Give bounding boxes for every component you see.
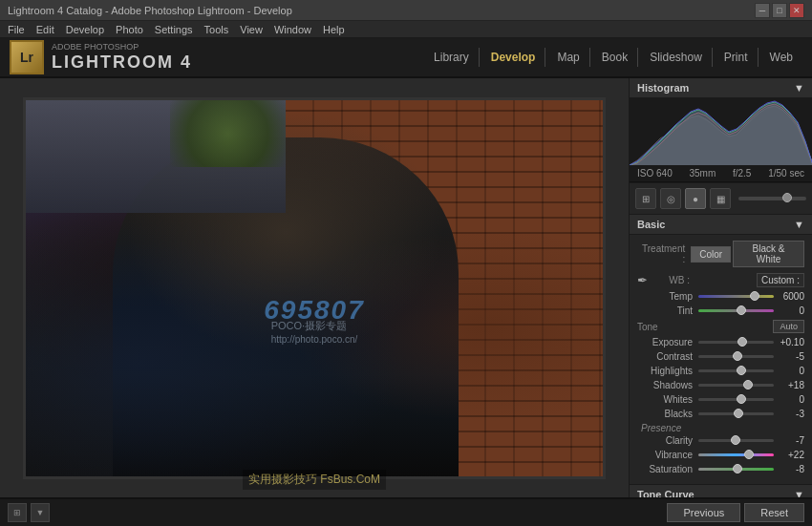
focal-value: 35mm [689,168,716,179]
temp-value: 6000 [778,291,804,302]
photo-image: 695807 POCO·摄影专题 http://photo.poco.cn/ [26,100,603,476]
titlebar: Lightroom 4 Catalog - Adobe Photoshop Li… [0,0,812,21]
menu-tools[interactable]: Tools [204,24,229,35]
tool-icons-row: ⊞ ◎ ● ▦ [630,183,812,215]
previous-button[interactable]: Previous [667,503,740,522]
titlebar-text: Lightroom 4 Catalog - Adobe Photoshop Li… [8,5,292,16]
tool-slider[interactable] [738,197,806,200]
close-button[interactable]: ✕ [789,3,804,18]
app-logo: Lr [10,40,44,74]
menu-help[interactable]: Help [323,24,345,35]
exposure-label: Exposure [637,337,693,347]
auto-btn[interactable]: Auto [773,320,804,333]
minimize-button[interactable]: ─ [755,3,770,18]
nav-links: Library Develop Map Book Slideshow Print… [424,48,802,67]
brand-name: ADOBE PHOTOSHOP [52,42,192,53]
saturation-track[interactable] [698,468,774,471]
highlights-label: Highlights [637,366,693,376]
shadows-track[interactable] [698,384,774,387]
temp-row: Temp 6000 [637,291,804,302]
contrast-track[interactable] [698,355,774,358]
whites-track[interactable] [698,398,774,401]
presence-divider: Presence [637,423,804,433]
tint-label: Tint [637,305,693,316]
histogram-section: Histogram ▼ [630,78,812,183]
vibrance-label: Vibrance [637,450,693,460]
spot-removal-tool[interactable]: ◎ [660,188,681,209]
nav-library[interactable]: Library [424,48,480,67]
vibrance-track[interactable] [698,453,774,456]
menu-edit[interactable]: Edit [36,24,54,35]
clarity-value: -7 [778,435,804,446]
nav-map[interactable]: Map [547,48,589,67]
wb-row: ✒ WB : Custom : [637,273,804,287]
bw-btn[interactable]: Black & White [733,241,804,267]
blacks-value: -3 [778,409,804,419]
menu-file[interactable]: File [8,24,25,35]
filmstrip: ⊞ ▼ Previous Reset [0,497,812,526]
menubar: File Edit Develop Photo Settings Tools V… [0,21,812,38]
vibrance-row: Vibrance +22 [637,450,804,460]
nav-print[interactable]: Print [715,48,759,67]
bottom-buttons: Previous Reset [667,503,804,522]
iso-value: ISO 640 [637,168,673,179]
menu-photo[interactable]: Photo [116,24,143,35]
vibrance-value: +22 [778,450,804,460]
clarity-track[interactable] [698,439,774,442]
app-title: ADOBE PHOTOSHOP LIGHTROOM 4 [52,42,192,73]
nav-book[interactable]: Book [592,48,638,67]
tonecurve-header[interactable]: Tone Curve ▼ [630,485,812,497]
wb-value[interactable]: Custom : [757,273,804,287]
exposure-track[interactable] [698,341,774,344]
clarity-label: Clarity [637,435,693,446]
histogram-header[interactable]: Histogram ▼ [630,78,812,98]
basic-header[interactable]: Basic ▼ [630,215,812,235]
basic-label: Basic [637,219,665,230]
shadows-label: Shadows [637,380,693,390]
temp-label: Temp [637,291,693,302]
aperture-value: f/2.5 [733,168,751,179]
filmstrip-icon-2[interactable]: ▼ [31,503,50,522]
highlights-track[interactable] [698,369,774,372]
menu-window[interactable]: Window [274,24,311,35]
tonecurve-section: Tone Curve ▼ [630,485,812,497]
treatment-row: Treatment : Color Black & White [637,241,804,267]
saturation-row: Saturation -8 [637,464,804,474]
basic-section: Basic ▼ Treatment : Color Black & White … [630,215,812,485]
histogram-chevron: ▼ [794,82,804,94]
camera-info: ISO 640 35mm f/2.5 1/50 sec [630,165,812,182]
graduated-filter-tool[interactable]: ▦ [710,188,731,209]
reset-button[interactable]: Reset [744,503,804,522]
color-btn[interactable]: Color [691,246,731,263]
eyedropper-icon[interactable]: ✒ [637,273,648,287]
tint-row: Tint 0 [637,305,804,316]
menu-develop[interactable]: Develop [66,24,104,35]
temp-track[interactable] [698,295,774,298]
contrast-value: -5 [778,351,804,362]
blacks-track[interactable] [698,412,774,415]
titlebar-controls: ─ □ ✕ [755,3,804,18]
histogram-label: Histogram [637,82,689,94]
tint-track[interactable] [698,309,774,312]
filmstrip-icon-1[interactable]: ⊞ [8,503,27,522]
nav-slideshow[interactable]: Slideshow [640,48,713,67]
saturation-value: -8 [778,464,804,474]
highlights-row: Highlights 0 [637,366,804,376]
whites-label: Whites [637,394,693,405]
tone-label: Tone [637,322,658,332]
shadows-row: Shadows +18 [637,380,804,390]
menu-settings[interactable]: Settings [155,24,193,35]
histogram-canvas [630,98,812,165]
wb-label: WB : [652,275,690,285]
nav-web[interactable]: Web [760,48,802,67]
photo-frame: 695807 POCO·摄影专题 http://photo.poco.cn/ [23,97,606,479]
photo-area: 695807 POCO·摄影专题 http://photo.poco.cn/ 实… [0,78,629,497]
shutter-value: 1/50 sec [768,168,804,179]
menu-view[interactable]: View [240,24,263,35]
tonecurve-chevron: ▼ [794,489,804,497]
maximize-button[interactable]: □ [772,3,787,18]
crop-tool[interactable]: ⊞ [635,188,656,209]
nav-develop[interactable]: Develop [481,48,546,67]
red-eye-tool[interactable]: ● [685,188,706,209]
main-area: 695807 POCO·摄影专题 http://photo.poco.cn/ 实… [0,78,812,497]
